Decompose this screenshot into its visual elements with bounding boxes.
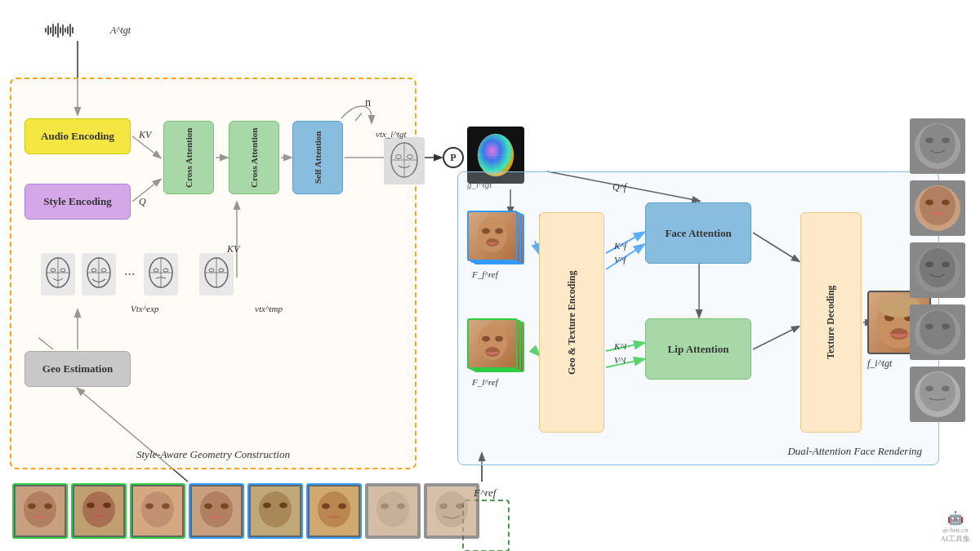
svg-point-122 [456, 504, 464, 509]
svg-point-100 [141, 491, 174, 527]
svg-point-73 [925, 138, 933, 144]
f-ref-label: F^ref [474, 487, 496, 500]
bottom-thumb-7 [365, 483, 421, 539]
svg-point-97 [87, 503, 95, 509]
vl-label: V^l [614, 355, 626, 365]
svg-point-77 [925, 200, 933, 206]
face-mesh-2 [82, 253, 116, 295]
svg-point-30 [51, 269, 56, 272]
cross-attention-2-block: Cross Attention [229, 121, 279, 194]
qf-label: Q^f [612, 181, 626, 193]
bottom-thumb-8 [424, 483, 479, 539]
f-f-ref-label: F_f^ref [472, 269, 498, 279]
sagc-label: Style-Aware Geometry Construction [136, 448, 290, 461]
svg-point-109 [263, 503, 271, 509]
svg-point-63 [495, 336, 503, 342]
svg-point-98 [103, 503, 111, 509]
watermark-label: AI工具集 [941, 534, 971, 544]
watermark-icon: 🤖 [941, 510, 971, 526]
svg-point-50 [396, 155, 402, 159]
svg-point-102 [162, 504, 170, 509]
style-encoding-block: Style Encoding [24, 184, 131, 220]
watermark: 🤖 ai-bot.cn AI工具集 [941, 510, 971, 544]
f-i-tgt-label: f_i^tgt [867, 358, 892, 370]
right-thumb-1 [910, 118, 965, 174]
svg-point-45 [209, 269, 214, 272]
p-circle: P [443, 147, 464, 168]
svg-point-78 [942, 200, 950, 206]
svg-point-112 [318, 491, 350, 527]
kf-label: K^f [614, 241, 626, 251]
bottom-thumb-1 [12, 483, 68, 539]
svg-point-86 [942, 324, 950, 330]
geo-estimation-block: Geo Estimation [24, 351, 131, 387]
bottom-thumb-5 [247, 483, 303, 539]
face-mesh-3 [144, 253, 178, 295]
vtx-output-mesh [384, 137, 425, 184]
right-column [910, 118, 965, 422]
bottom-thumb-6 [306, 483, 362, 539]
svg-point-58 [495, 229, 503, 234]
q-style-label: Q [139, 196, 146, 208]
right-thumb-4 [910, 304, 965, 360]
audio-var-label: A^tgt [110, 24, 131, 37]
svg-point-76 [920, 186, 956, 225]
svg-point-82 [942, 262, 950, 268]
vtx-tmp-label: vtx^tmp [255, 304, 283, 313]
face-mesh-1 [41, 253, 75, 295]
bottom-row [12, 483, 479, 539]
right-thumb-2 [910, 180, 965, 236]
svg-point-57 [482, 229, 490, 234]
svg-point-121 [439, 504, 448, 509]
svg-point-118 [397, 504, 405, 509]
svg-point-94 [44, 504, 52, 509]
svg-point-104 [200, 491, 233, 527]
svg-point-35 [91, 269, 96, 272]
svg-point-51 [408, 155, 413, 159]
svg-point-80 [920, 248, 956, 287]
audio-encoding-block: Audio Encoding [24, 118, 131, 154]
svg-point-81 [925, 262, 933, 268]
n-loop-label: n [365, 96, 371, 109]
svg-point-106 [220, 504, 229, 509]
audio-waveform [45, 23, 74, 39]
vtx-i-tgt-label: vtx_i^tgt [376, 129, 407, 139]
bottom-thumb-3 [130, 483, 185, 539]
svg-point-89 [925, 386, 933, 392]
vtx-exp-label: Vtx^exp [131, 304, 159, 313]
svg-point-117 [381, 504, 389, 509]
svg-point-56 [478, 216, 507, 252]
svg-point-85 [925, 324, 933, 330]
svg-point-93 [28, 504, 36, 509]
svg-point-120 [435, 491, 468, 527]
svg-point-114 [338, 504, 346, 509]
svg-point-110 [279, 503, 287, 509]
svg-point-36 [101, 269, 106, 272]
svg-point-108 [259, 491, 292, 527]
right-thumb-5 [910, 367, 965, 422]
dar-label: Dual-Attention Face Rendering [787, 445, 922, 458]
svg-point-105 [204, 504, 212, 509]
texture-decoding-block: Texture Decoding [800, 212, 862, 433]
watermark-site: ai-bot.cn [941, 526, 971, 534]
self-attention-block: Self Attention [292, 121, 343, 194]
bottom-thumb-4 [189, 483, 244, 539]
svg-point-90 [942, 386, 950, 392]
svg-point-116 [376, 491, 409, 527]
right-thumb-3 [910, 242, 965, 298]
svg-point-84 [920, 310, 956, 349]
geo-texture-encoding-block: Geo & Texture Encoding [539, 212, 604, 433]
face-mesh-tmp [199, 253, 234, 295]
svg-point-31 [60, 269, 65, 272]
svg-point-41 [163, 269, 168, 272]
f-l-ref-label: F_l^ref [472, 377, 498, 387]
svg-point-62 [482, 336, 490, 342]
vtx-tmp-container [193, 253, 234, 295]
kv-audio-label: KV [139, 129, 151, 141]
kl-label: K^l [614, 341, 626, 351]
svg-point-113 [322, 504, 330, 509]
svg-point-88 [920, 372, 956, 411]
main-diagram: A^tgt Style-Aware Geometry Construction … [0, 0, 980, 551]
face-attention-block: Face Attention [645, 202, 751, 264]
svg-point-72 [920, 124, 956, 163]
